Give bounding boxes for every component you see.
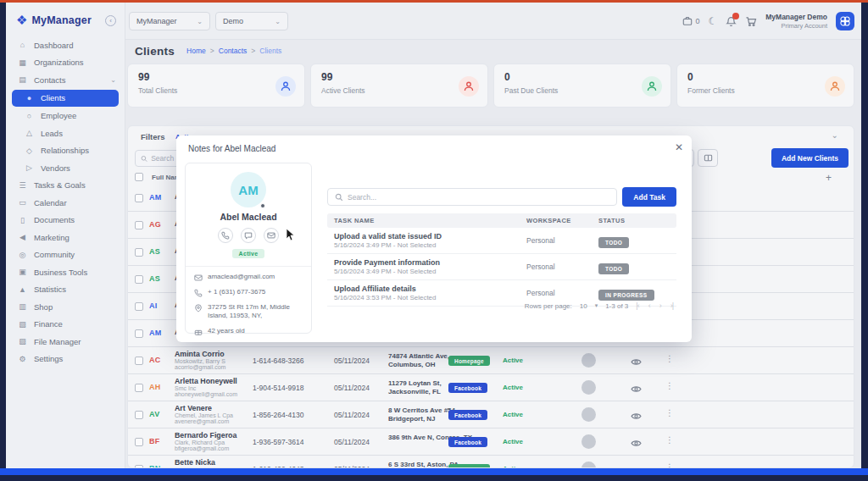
contact-name: Abel Maclead [194,212,303,222]
sidebar-item-business-tools[interactable]: ▣ Business Tools [6,263,125,281]
view-button[interactable] [631,409,642,424]
breadcrumb-contacts[interactable]: Contacts [219,47,248,55]
row-checkbox[interactable] [135,194,143,202]
cart-button[interactable] [745,16,757,27]
avatar: AM [149,193,162,202]
row-menu-button[interactable]: ⋮ [665,381,674,390]
breadcrumb-current: Clients [259,47,281,55]
sidebar-item-icon: △ [25,129,34,137]
email-button[interactable] [264,228,279,243]
table-row[interactable]: AC Aminta Corrio Moskowitz, Barry S acor… [128,347,854,374]
task-search-input[interactable] [348,193,609,202]
rows-per-page-value[interactable]: 10 [580,302,587,310]
account-info[interactable]: MyManager Demo Primary Account [765,13,827,30]
row-checkbox[interactable] [135,248,143,257]
row-checkbox[interactable] [135,384,143,392]
columns-view-button[interactable] [698,149,718,167]
sidebar-item-label: Documents [34,215,75,224]
row-checkbox[interactable] [135,329,143,338]
sidebar-item-icon: ▲ [18,285,27,294]
row-checkbox[interactable] [135,411,143,419]
source-badge: Homepage [448,356,490,366]
view-button[interactable] [631,382,642,397]
account-avatar[interactable] [836,12,854,30]
call-button[interactable] [218,228,233,243]
table-row[interactable]: BF Bernardo Figeroa Clark, Richard Cpa b… [128,428,854,456]
table-row[interactable]: BN Bette Nicka Sports En Art bnicka@gmai… [128,456,854,468]
add-task-button[interactable]: Add Task [622,187,676,207]
sidebar-item-shop[interactable]: ▥ Shop [6,298,125,316]
credits-indicator[interactable]: 0 [682,16,699,26]
tab-bar [320,163,683,172]
page-range: 1-3 of 3 [605,302,628,310]
sidebar-item-marketing[interactable]: ◀ Marketing [6,229,125,246]
sidebar-item-leads[interactable]: △ Leads [6,124,125,142]
first-page-button[interactable]: |‹ [636,301,638,310]
contact-phone: + 1 (631) 677-3675 [208,288,265,296]
sidebar-item-settings[interactable]: ⚙ Settings [6,351,125,368]
sidebar-item-contacts[interactable]: ▤ Contacts ⌄ [6,71,125,89]
view-button[interactable] [631,436,642,451]
workspace-select[interactable]: MyManager ⌄ [129,12,210,30]
row-checkbox[interactable] [135,275,143,284]
add-new-clients-button[interactable]: Add New Clients [771,148,849,168]
sidebar-item-tasks-goals[interactable]: ☰ Tasks & Goals [6,177,125,195]
briefcase-icon [682,16,693,26]
sidebar-item-finance[interactable]: ▧ Finance [6,316,125,334]
avatar: AH [149,383,161,391]
sidebar-item-relationships[interactable]: ◇ Relationships [6,142,125,160]
table-row[interactable]: AV Art Venere Chemel, James L Cpa avener… [128,401,854,428]
next-page-button[interactable]: › [659,301,661,310]
notifications-button[interactable] [726,16,737,27]
sidebar-item-dashboard[interactable]: ⌂ Dashboard [6,36,125,54]
sidebar-nav: ⌂ Dashboard ▦ Organizations ▤ Contacts ⌄… [6,36,125,368]
sidebar-item-documents[interactable]: ▯ Documents [6,212,125,229]
sidebar-item-organizations[interactable]: ▦ Organizations [6,54,125,72]
row-menu-button[interactable]: ⋮ [665,462,674,468]
frame-top-line [0,0,868,3]
last-page-button[interactable]: ›| [670,301,673,310]
row-menu-button[interactable]: ⋮ [665,354,674,363]
environment-select[interactable]: Demo ⌄ [215,12,288,30]
sidebar-item-label: Statistics [34,285,66,294]
chevron-down-icon: ⌄ [197,18,203,25]
workspace-header: WORKSPACE [526,217,598,224]
row-checkbox[interactable] [135,221,143,229]
mymanager-logo-icon: ❖ [16,13,27,28]
sidebar-collapse-button[interactable]: ‹ [105,15,116,26]
chevron-down-icon[interactable]: ▾ [595,302,598,309]
close-icon[interactable]: ✕ [675,141,683,153]
sidebar-item-community[interactable]: ◎ Community [6,246,125,264]
stat-card-active-clients: 99 Active Clients [310,64,488,108]
avatar: AS [149,274,160,283]
row-checkbox[interactable] [135,357,143,365]
table-row[interactable]: AH Arletta Honeywell Smc Inc ahoneywell@… [128,374,854,401]
breadcrumb-home[interactable]: Home [186,47,206,55]
app-surface: ❖ MyManager ‹ ⌂ Dashboard ▦ Organization… [6,3,861,468]
chat-icon [244,231,253,240]
task-search[interactable] [327,188,617,206]
dark-mode-toggle[interactable]: ☾ [708,15,717,27]
filters-collapse-icon[interactable]: ⌄ [832,130,838,140]
prev-page-button[interactable]: ‹ [648,301,650,310]
row-checkbox[interactable] [135,302,143,311]
row-menu-button[interactable]: ⋮ [665,435,674,445]
task-row[interactable]: Provide Payment information 5/16/2024 3:… [327,254,676,280]
sidebar-item-calendar[interactable]: ▭ Calendar [6,194,125,212]
select-all-checkbox[interactable] [135,173,143,181]
task-row[interactable]: Upload a valid state issued ID 5/16/2024… [327,228,676,254]
sidebar-item-vendors[interactable]: ▷ Vendors [6,159,125,177]
task-name-header: TASK NAME [327,217,526,224]
view-button[interactable] [631,355,642,370]
row-checkbox[interactable] [135,438,143,446]
sidebar-item-statistics[interactable]: ▲ Statistics [6,281,125,299]
owner-avatar [581,462,596,468]
sidebar-item-clients[interactable]: ● Clients [12,90,119,107]
row-menu-button[interactable]: ⋮ [665,408,674,417]
notes-tabs-panel: Add Task TASK NAME WORKSPACE STATUS Uplo… [320,163,683,335]
sidebar-item-file-manager[interactable]: ▨ File Manager [6,333,125,351]
status-badge: Active [503,384,523,391]
sidebar-item-employee[interactable]: ○ Employee [6,108,125,125]
chat-button[interactable] [241,228,256,243]
client-company: Moskowitz, Barry S [175,358,253,364]
